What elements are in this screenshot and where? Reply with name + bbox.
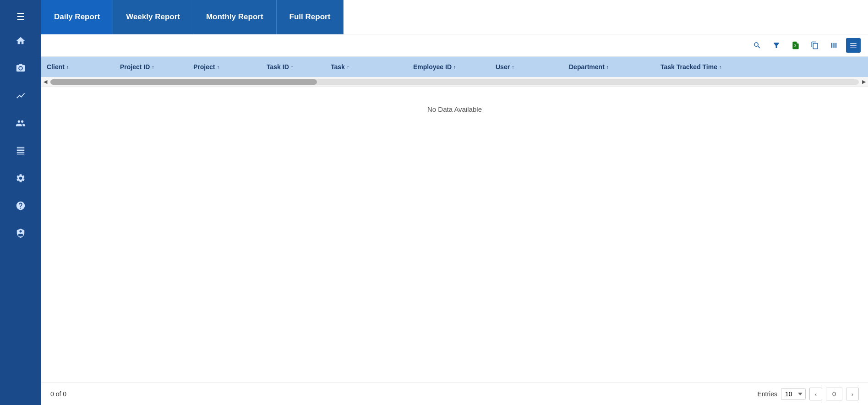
pagination-controls: Entries 10 25 50 100 ‹ 0 ›: [757, 388, 859, 400]
sidebar-item-help[interactable]: [0, 193, 41, 221]
scroll-left-button[interactable]: ◀: [41, 78, 49, 86]
sidebar-item-table[interactable]: [0, 138, 41, 166]
sidebar-item-people[interactable]: [0, 111, 41, 138]
entries-label: Entries: [757, 390, 777, 398]
copy-icon[interactable]: [808, 38, 822, 53]
column-header-employee-id[interactable]: Employee ID ↑: [408, 57, 490, 77]
filter-icon[interactable]: [769, 38, 784, 53]
column-header-project[interactable]: Project ↑: [188, 57, 261, 77]
sort-arrow-department: ↑: [606, 64, 609, 70]
tab-full-report[interactable]: Full Report: [277, 0, 344, 34]
sidebar: ☰: [0, 0, 41, 405]
sidebar-item-settings[interactable]: [0, 166, 41, 193]
current-page-number: 0: [826, 388, 842, 400]
column-header-client[interactable]: Client ↑: [41, 57, 115, 77]
sort-arrow-project-id: ↑: [152, 64, 154, 70]
sidebar-item-admin[interactable]: [0, 221, 41, 248]
column-header-department[interactable]: Department ↑: [563, 57, 655, 77]
next-page-button[interactable]: ›: [846, 388, 859, 400]
main-content: Daily Report Weekly Report Monthly Repor…: [41, 0, 868, 405]
search-icon[interactable]: [750, 38, 764, 53]
column-header-task-tracked-time[interactable]: Task Tracked Time ↑: [655, 57, 747, 77]
hamburger-icon[interactable]: ☰: [0, 5, 41, 28]
sort-arrow-tracked-time: ↑: [719, 64, 722, 70]
sort-arrow-task: ↑: [347, 64, 349, 70]
toolbar: [41, 34, 868, 57]
more-menu-icon[interactable]: [846, 38, 861, 53]
scroll-right-button[interactable]: ▶: [860, 78, 868, 86]
columns-icon[interactable]: [827, 38, 841, 53]
previous-page-button[interactable]: ‹: [809, 388, 822, 400]
top-nav: Daily Report Weekly Report Monthly Repor…: [41, 0, 868, 34]
tab-monthly-report[interactable]: Monthly Report: [193, 0, 277, 34]
table-header: Client ↑ Project ID ↑ Project ↑ Task ID …: [41, 57, 868, 77]
sidebar-item-home[interactable]: [0, 28, 41, 56]
scrollbar-thumb: [50, 79, 317, 85]
pagination-summary: 0 of 0: [50, 390, 66, 398]
pagination-bar: 0 of 0 Entries 10 25 50 100 ‹ 0 ›: [41, 383, 868, 405]
column-header-task-id[interactable]: Task ID ↑: [261, 57, 325, 77]
sort-arrow-user: ↑: [512, 64, 514, 70]
tab-weekly-report[interactable]: Weekly Report: [113, 0, 193, 34]
sort-arrow-task-id: ↑: [291, 64, 294, 70]
tab-daily-report[interactable]: Daily Report: [41, 0, 113, 34]
excel-export-icon[interactable]: [788, 38, 803, 53]
column-header-task[interactable]: Task ↑: [325, 57, 408, 77]
horizontal-scrollbar[interactable]: ◀ ▶: [41, 77, 868, 87]
table-container: Client ↑ Project ID ↑ Project ↑ Task ID …: [41, 57, 868, 383]
entries-per-page-select[interactable]: 10 25 50 100: [781, 388, 806, 400]
column-header-user[interactable]: User ↑: [490, 57, 563, 77]
scrollbar-track[interactable]: [50, 79, 859, 85]
sort-arrow-employee-id: ↑: [453, 64, 456, 70]
sidebar-item-camera[interactable]: [0, 56, 41, 83]
sidebar-item-analytics[interactable]: [0, 83, 41, 111]
sort-arrow-project: ↑: [217, 64, 219, 70]
no-data-message: No Data Available: [41, 87, 868, 131]
sort-arrow-client: ↑: [66, 64, 69, 70]
column-header-project-id[interactable]: Project ID ↑: [115, 57, 188, 77]
